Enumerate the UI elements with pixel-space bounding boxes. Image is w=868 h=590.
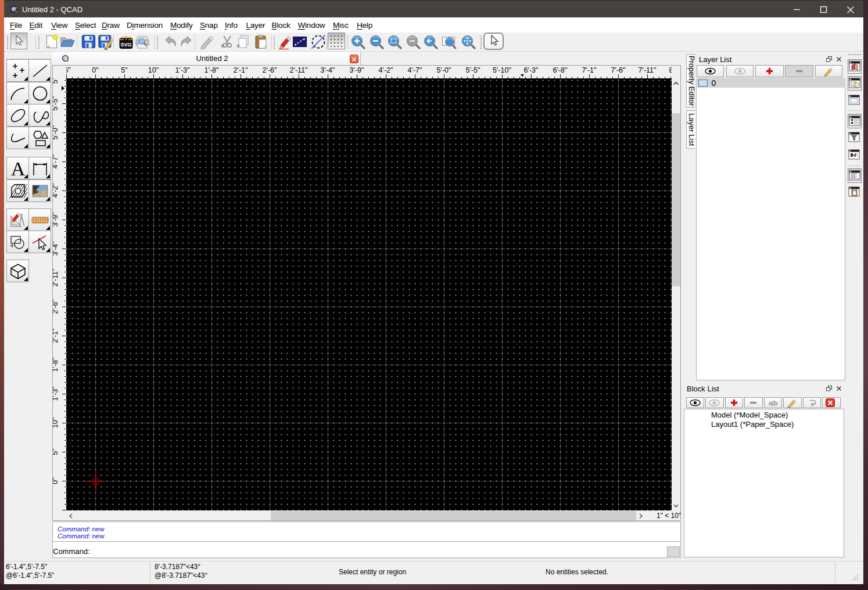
svg-text:A: A — [11, 159, 26, 178]
svg-text:a|b: a|b — [769, 400, 777, 406]
svg-text:SVG: SVG — [120, 42, 131, 48]
